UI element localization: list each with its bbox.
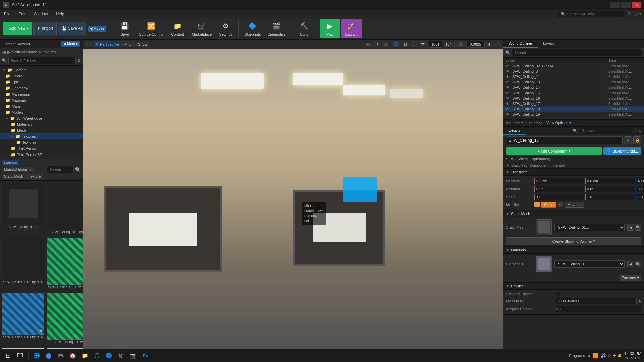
asset-search-input[interactable] [47, 166, 74, 173]
location-y-input[interactable] [585, 178, 635, 184]
add-new-button[interactable]: + Add New ▾ [3, 22, 32, 35]
wo-tab-world-outliner[interactable]: World Outliner [503, 40, 538, 48]
save-toolbar-button[interactable]: 💾 Save [115, 19, 135, 38]
details-lock-button[interactable]: 🔒 [633, 136, 641, 144]
add-component-button[interactable]: + Add Component ▾ [506, 147, 602, 155]
cb-collapse-button[interactable]: ⋯ [76, 49, 81, 55]
viewport-menu-button[interactable]: ☰ [85, 41, 93, 47]
materials-section-header[interactable]: ▼ Materials [503, 247, 644, 254]
wo-row-ceiling-14[interactable]: 👁 SFW_Ceiling_14 StaticMeshAc... [503, 85, 644, 90]
cb-modes-button[interactable]: ◀ Modes [61, 41, 80, 47]
wo-tab-layers[interactable]: Layers [538, 40, 559, 48]
modes-button[interactable]: ◀ Modes [88, 26, 106, 32]
vp-camera-speed[interactable]: 🎥 [456, 41, 465, 47]
vp-world-button[interactable]: 🌐 [392, 41, 400, 47]
taskbar-camera[interactable]: 📷 [128, 350, 139, 361]
static-mesh-section-header[interactable]: ▼ Static Mesh [503, 210, 644, 217]
taskbar-view-icon[interactable]: 🗔 [15, 350, 25, 361]
mass-input[interactable] [556, 298, 637, 304]
vp-surface-button[interactable]: ◻ [402, 41, 409, 47]
nav-forward-button[interactable]: ▶ [7, 49, 11, 55]
maximize-button[interactable]: □ [621, 2, 631, 8]
folder-geometry[interactable]: 📁 Geometry [0, 85, 83, 91]
viewport[interactable]: offset normal move refroomv ent [83, 49, 503, 355]
asset-sfw-ceiling-01-lights-e[interactable]: SFW_Ceiling_01_Lights_E [1, 237, 45, 291]
breadcrumb-textures[interactable]: Textures [42, 50, 56, 54]
wo-row-ceiling-17[interactable]: 👁 SFW_Ceiling_17 StaticMeshAc... [503, 101, 644, 106]
vp-camera-button[interactable]: 📷 [419, 41, 427, 47]
rotation-y-input[interactable] [585, 186, 635, 192]
vp-scale-button[interactable]: ⊞ [382, 41, 389, 47]
tray-chevron[interactable]: ∧ [588, 353, 591, 358]
mat-type-button[interactable]: Textures ▾ [620, 275, 641, 281]
mass-expand-icon[interactable]: ▸ [639, 299, 641, 303]
taskbar-files[interactable]: 📁 [79, 350, 90, 361]
vp-angle-button[interactable]: 15° [443, 42, 453, 47]
material-name-dropdown[interactable]: SFW_Ceiling_01... [554, 260, 625, 268]
folder-thirdpersonbp[interactable]: 📁 ThirdPersonBP [0, 152, 83, 158]
search-folders-input[interactable] [8, 57, 76, 64]
vp-rotate-button[interactable]: ↺ [373, 41, 380, 47]
cinematics-button[interactable]: 🎬 Cinematics [265, 19, 288, 38]
folder-scifiwarehouse[interactable]: ▼ 📁 ScifiWarehouse [0, 115, 83, 121]
source-control-button[interactable]: 🔀 Source Control [136, 19, 166, 38]
filter-tab-material[interactable]: Material [2, 160, 19, 166]
taskbar-browser-chrome[interactable]: ⬤ [43, 350, 54, 361]
folder-mannequin[interactable]: 📁 Mannequin [0, 91, 83, 97]
folder-textures-sub[interactable]: 📁 Textures [0, 139, 83, 145]
vp-maximize-button[interactable]: ⛶ [493, 42, 501, 47]
physics-section-header[interactable]: ▼ Physics [503, 283, 644, 290]
folder-thirdperson[interactable]: 📁 ThirdPerson [0, 145, 83, 152]
wo-row-ceiling-02-glass4[interactable]: 👁 SFW_Ceiling_02_Glass4 StaticMeshAc... [503, 63, 644, 69]
scale-z-input[interactable] [636, 194, 644, 200]
asset-sfw-ceiling-01-lights-mre[interactable]: ★ SFW_Ceiling_01_Lights_MRE [46, 237, 83, 291]
mesh-name-dropdown[interactable]: SFW_Ceiling_01... [554, 224, 625, 231]
folder-textures[interactable]: ▼ 📁 Textures [0, 133, 83, 139]
filter-tab-material-instance[interactable]: Material Instance [2, 167, 34, 172]
vp-translate-button[interactable]: ↔ [364, 42, 372, 47]
menu-file[interactable]: File [3, 11, 12, 17]
close-button[interactable]: ✕ [632, 2, 641, 8]
angular-damping-input[interactable] [556, 306, 641, 312]
rotation-z-input[interactable] [636, 186, 644, 192]
scale-y-input[interactable] [585, 194, 635, 200]
vp-num-button[interactable]: 4 [486, 42, 492, 47]
transform-section-header[interactable]: ▼ Transform [503, 169, 644, 176]
taskbar-browser-edge[interactable]: 🌐 [31, 350, 42, 361]
simulate-physics-checkbox[interactable] [556, 292, 560, 296]
filter-tab-texture[interactable]: Texture [26, 174, 43, 179]
camera-speed-input[interactable] [466, 41, 485, 48]
wo-row-ceiling-15[interactable]: 👁 SFW_Ceiling_15 StaticMeshAc... [503, 90, 644, 96]
wo-row-ceiling-11[interactable]: 👁 SFW_Ceiling_11 StaticMeshAc... [503, 74, 644, 79]
taskbar-launcher[interactable]: 🎮 [55, 350, 66, 361]
blueprints-button[interactable]: 🔷 Blueprints [241, 19, 263, 38]
lit-button[interactable]: ☑ Lit [122, 41, 135, 47]
details-search-input[interactable] [580, 127, 631, 134]
menu-window[interactable]: Window [32, 11, 49, 17]
asset-sfw-ceiling-01-mre[interactable]: SFW_Ceiling_01_MRE [46, 292, 83, 346]
minimize-button[interactable]: — [610, 2, 620, 8]
wo-row-ceiling-16[interactable]: 👁 SFW_Ceiling_16 StaticMeshAc... [503, 96, 644, 101]
movable-mobility-button[interactable]: Movable [565, 202, 585, 208]
wo-row-ceiling-13[interactable]: 👁 SFW_Ceiling_13 StaticMeshAc... [503, 79, 644, 85]
show-button[interactable]: Show [136, 42, 149, 47]
wo-search-input[interactable] [512, 49, 642, 56]
rotation-x-input[interactable] [534, 186, 584, 192]
taskbar-epic[interactable]: 🏠 [67, 350, 78, 361]
material-back-button[interactable]: ◀ [627, 261, 634, 267]
location-z-input[interactable] [636, 178, 644, 184]
details-list-icon[interactable]: ≡ [639, 129, 641, 133]
details-tab-details[interactable]: Details [503, 127, 526, 135]
asset-sfw-ceiling-01-c[interactable]: SFW_Ceiling_01_C [1, 182, 45, 236]
folder-epic[interactable]: 📁 Epic [0, 79, 83, 85]
play-button[interactable]: ▶ Play [320, 19, 340, 38]
wo-row-ceiling-19[interactable]: 👁 SFW_Ceiling_19 StaticMeshAc... [503, 112, 644, 117]
grid-size-input[interactable] [429, 41, 442, 48]
folder-models[interactable]: 📁 Models [0, 109, 83, 115]
static-mobility-button[interactable]: Static [541, 202, 556, 208]
mesh-back-button[interactable]: ◀ [627, 224, 634, 231]
marketplace-button[interactable]: 🛒 Marketplace [189, 19, 215, 38]
taskbar-discord[interactable]: 🦅 [116, 350, 126, 361]
breadcrumb-root[interactable]: ScifiWarehouse [12, 50, 38, 54]
asset-sfw-ceiling-01-lights-c[interactable]: ★ SFW_Ceiling_01_Lights_C [46, 182, 83, 236]
